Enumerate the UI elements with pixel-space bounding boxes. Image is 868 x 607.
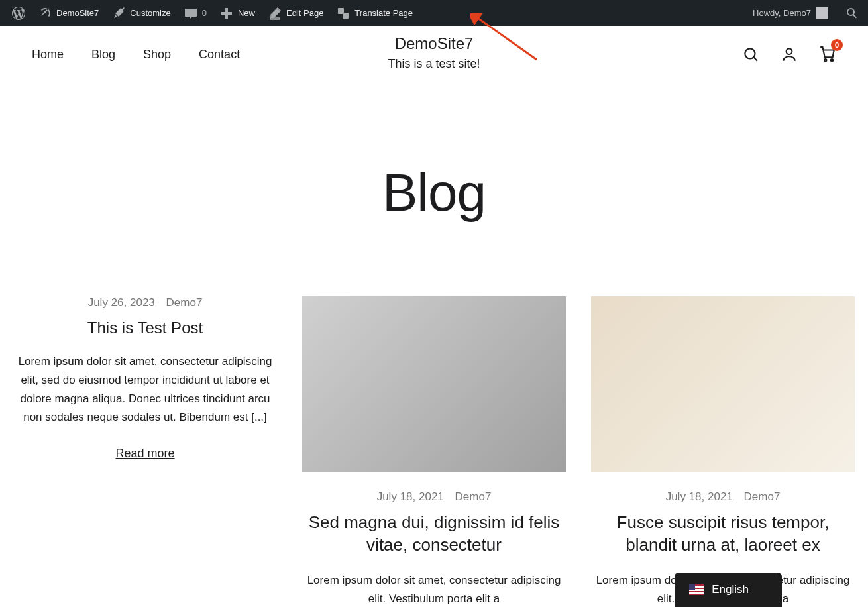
header-icons: 0 xyxy=(742,46,836,63)
nav-blog[interactable]: Blog xyxy=(91,48,115,62)
dashboard-icon xyxy=(38,7,52,20)
admin-search[interactable] xyxy=(845,7,859,20)
language-label: English xyxy=(712,583,749,596)
translate-page-menu[interactable]: Translate Page xyxy=(330,0,419,26)
post-excerpt: Lorem ipsum dolor sit amet, consectetur … xyxy=(302,571,566,607)
site-header: Home Blog Shop Contact DemoSite7 This is… xyxy=(0,26,868,76)
avatar-icon xyxy=(816,7,828,19)
new-label: New xyxy=(238,8,255,18)
post-meta: July 18, 2021 Demo7 xyxy=(302,490,566,504)
page-title: Blog xyxy=(0,162,868,223)
site-name-label: DemoSite7 xyxy=(56,8,99,18)
site-name-menu[interactable]: DemoSite7 xyxy=(32,0,105,26)
language-switcher[interactable]: English xyxy=(675,573,782,607)
nav-shop[interactable]: Shop xyxy=(143,48,171,62)
post-card: July 18, 2021 Demo7 Fusce suscipit risus… xyxy=(591,296,855,607)
site-branding: DemoSite7 This is a test site! xyxy=(388,34,480,71)
user-icon xyxy=(781,46,798,63)
edit-page-menu[interactable]: Edit Page xyxy=(262,0,330,26)
post-excerpt: Lorem ipsum dolor sit amet, consectetur … xyxy=(13,353,277,427)
howdy-label: Howdy, Demo7 xyxy=(753,8,811,18)
search-icon xyxy=(742,46,759,63)
post-author[interactable]: Demo7 xyxy=(744,490,781,503)
svg-rect-1 xyxy=(343,13,349,19)
wordpress-logo-icon xyxy=(12,7,25,20)
translate-icon xyxy=(337,7,350,20)
svg-point-5 xyxy=(787,48,792,54)
post-date[interactable]: July 18, 2021 xyxy=(377,490,444,503)
plus-icon xyxy=(220,7,233,20)
flag-us-icon xyxy=(689,584,704,595)
post-title[interactable]: Fusce suscipit risus tempor, blandit urn… xyxy=(591,512,855,557)
customize-menu[interactable]: Customize xyxy=(105,0,177,26)
cart-count-badge: 0 xyxy=(831,39,843,51)
site-title[interactable]: DemoSite7 xyxy=(388,34,480,53)
post-meta: July 26, 2023 Demo7 xyxy=(13,296,277,309)
post-author[interactable]: Demo7 xyxy=(455,490,492,503)
svg-point-3 xyxy=(745,48,755,58)
svg-line-4 xyxy=(753,57,757,60)
post-card: July 18, 2021 Demo7 Sed magna dui, digni… xyxy=(302,296,566,607)
search-button[interactable] xyxy=(742,46,759,63)
wp-logo-menu[interactable] xyxy=(5,0,32,26)
primary-nav: Home Blog Shop Contact xyxy=(32,48,240,62)
site-tagline: This is a test site! xyxy=(388,57,480,71)
my-account-menu[interactable]: Howdy, Demo7 xyxy=(747,7,834,19)
customize-icon xyxy=(112,7,125,20)
post-author[interactable]: Demo7 xyxy=(166,296,203,309)
customize-label: Customize xyxy=(130,8,170,18)
new-content-menu[interactable]: New xyxy=(213,0,262,26)
post-date[interactable]: July 26, 2023 xyxy=(88,296,155,309)
svg-point-7 xyxy=(831,59,833,61)
comments-menu[interactable]: 0 xyxy=(178,0,213,26)
cart-button[interactable]: 0 xyxy=(819,46,836,63)
post-title[interactable]: Sed magna dui, dignissim id felis vitae,… xyxy=(302,512,566,557)
post-card: July 26, 2023 Demo7 This is Test Post Lo… xyxy=(13,296,277,607)
comment-count: 0 xyxy=(202,8,207,18)
nav-home[interactable]: Home xyxy=(32,48,64,62)
blog-grid: July 26, 2023 Demo7 This is Test Post Lo… xyxy=(0,296,868,607)
svg-point-6 xyxy=(824,59,826,61)
post-thumbnail[interactable] xyxy=(591,296,855,472)
pencil-icon xyxy=(268,7,282,20)
post-title[interactable]: This is Test Post xyxy=(13,317,277,338)
nav-contact[interactable]: Contact xyxy=(199,48,240,62)
wp-admin-bar: DemoSite7 Customize 0 New Edit Page Tran… xyxy=(0,0,868,26)
comment-icon xyxy=(184,7,197,20)
account-button[interactable] xyxy=(781,46,798,63)
post-date[interactable]: July 18, 2021 xyxy=(666,490,733,503)
read-more-link[interactable]: Read more xyxy=(115,447,174,460)
edit-page-label: Edit Page xyxy=(286,8,323,18)
post-meta: July 18, 2021 Demo7 xyxy=(591,490,855,504)
post-thumbnail[interactable] xyxy=(302,296,566,472)
translate-page-label: Translate Page xyxy=(354,8,413,18)
